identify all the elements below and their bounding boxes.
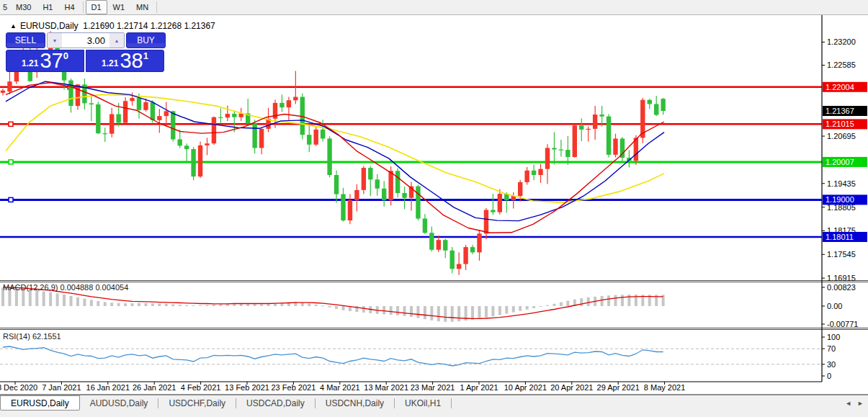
svg-text:1 Apr 2021: 1 Apr 2021: [460, 383, 498, 392]
tab-separator: [451, 398, 452, 408]
svg-text:1.21015: 1.21015: [826, 120, 854, 128]
svg-text:1.22585: 1.22585: [827, 60, 856, 69]
svg-text:0.00: 0.00: [827, 302, 842, 310]
volume-decrease-button[interactable]: ▼: [48, 33, 62, 48]
chart-background: [0, 15, 868, 395]
rsi-indicator-label: RSI(14) 62.1551: [3, 332, 61, 341]
tab-usdchf-daily[interactable]: USDCHF,Daily: [158, 395, 236, 411]
svg-text:-0.00771: -0.00771: [827, 320, 858, 328]
svg-text:100: 100: [827, 333, 840, 341]
buy-button[interactable]: BUY: [126, 32, 166, 48]
timeframe-mn-button[interactable]: MN: [130, 0, 154, 14]
svg-text:1.20695: 1.20695: [827, 132, 856, 140]
svg-text:4 Feb 2021: 4 Feb 2021: [181, 383, 221, 392]
timeframe-h1-button[interactable]: H1: [37, 0, 58, 14]
toolbar-separator: [83, 1, 84, 13]
svg-text:1.23200: 1.23200: [827, 37, 856, 46]
svg-text:16 Jan 2021: 16 Jan 2021: [86, 383, 130, 392]
symbol-triangle-icon: ▲: [10, 22, 17, 30]
toolbar-separator: [156, 1, 157, 13]
trading-platform-window: 1.232001.225851.206951.194351.188051.181…: [0, 0, 868, 417]
svg-text:13 Feb 2021: 13 Feb 2021: [225, 383, 269, 392]
sell-price-box[interactable]: 1.21 37 0: [6, 50, 84, 72]
svg-text:4 Mar 2021: 4 Mar 2021: [320, 383, 360, 392]
chart-title: ▲EURUSD,Daily 1.21690 1.21714 1.21268 1.…: [10, 21, 215, 31]
svg-text:1.21367: 1.21367: [826, 107, 854, 115]
sell-price-pipette: 0: [63, 50, 68, 71]
timeframe-m30-button[interactable]: M30: [10, 0, 37, 14]
timeframe-m5-button[interactable]: 5: [0, 0, 10, 14]
chart-symbol-label: EURUSD,Daily: [20, 21, 79, 31]
volume-increase-button[interactable]: ▲: [109, 33, 124, 48]
svg-text:1.20007: 1.20007: [826, 158, 854, 166]
svg-text:20 Apr 2021: 20 Apr 2021: [550, 383, 593, 392]
buy-price-pipette: 1: [143, 50, 148, 71]
timeframe-d1-button[interactable]: D1: [86, 0, 107, 14]
svg-text:30: 30: [827, 360, 836, 369]
buy-price-prefix: 1.21: [102, 58, 118, 71]
chart-tab-bar: EURUSD,Daily AUDUSD,Daily USDCHF,Daily U…: [0, 395, 868, 417]
macd-indicator-label: MACD(12,26,9) 0.004888 0.004054: [3, 283, 128, 292]
timeframe-h4-button[interactable]: H4: [58, 0, 80, 14]
svg-text:1.19435: 1.19435: [827, 179, 856, 188]
svg-text:70: 70: [827, 344, 836, 353]
svg-text:8 May 2021: 8 May 2021: [644, 383, 685, 392]
svg-text:1.19000: 1.19000: [826, 195, 854, 204]
svg-text:26 Jan 2021: 26 Jan 2021: [133, 383, 176, 392]
tab-scroll-right-icon[interactable]: ►: [857, 400, 864, 407]
svg-text:23 Mar 2021: 23 Mar 2021: [411, 383, 455, 392]
tab-usdcnh-daily[interactable]: USDCNH,Daily: [316, 395, 394, 411]
svg-text:0: 0: [827, 372, 831, 380]
svg-text:10 Apr 2021: 10 Apr 2021: [504, 383, 547, 392]
tab-scroll-left-icon[interactable]: ◄: [845, 400, 851, 407]
tab-usdcad-daily[interactable]: USDCAD,Daily: [236, 395, 315, 411]
tab-ukoil-h1[interactable]: UKOil,H1: [395, 395, 451, 411]
sell-price-prefix: 1.21: [22, 58, 38, 71]
svg-text:0.00823: 0.00823: [827, 283, 856, 292]
buy-price-box[interactable]: 1.21 38 1: [86, 50, 164, 72]
timeframe-toolbar: 5 M30 H1 H4 D1 W1 MN: [0, 0, 868, 15]
buy-price-big-digits: 38: [120, 51, 143, 71]
volume-stepper: ▼ ▲: [47, 32, 125, 48]
svg-text:1.22004: 1.22004: [826, 83, 854, 91]
svg-text:13 Mar 2021: 13 Mar 2021: [364, 383, 408, 392]
svg-text:29 Apr 2021: 29 Apr 2021: [597, 383, 640, 392]
svg-text:23 Feb 2021: 23 Feb 2021: [272, 383, 316, 392]
svg-text:1.17545: 1.17545: [827, 250, 856, 259]
tab-audusd-daily[interactable]: AUDUSD,Daily: [80, 395, 158, 411]
svg-text:7 Jan 2021: 7 Jan 2021: [42, 383, 81, 392]
svg-text:28 Dec 2020: 28 Dec 2020: [0, 383, 37, 392]
tab-eurusd-daily[interactable]: EURUSD,Daily: [0, 395, 80, 411]
sell-button[interactable]: SELL: [6, 32, 45, 48]
chart-ohlc-values: 1.21690 1.21714 1.21268 1.21367: [83, 21, 215, 31]
volume-input[interactable]: [62, 33, 109, 48]
svg-text:1.16915: 1.16915: [827, 274, 856, 282]
one-click-trade-panel: SELL ▼ ▲ BUY 1.21 37 0 1.21 38 1: [6, 32, 166, 72]
svg-text:1.18011: 1.18011: [826, 233, 854, 241]
sell-price-big-digits: 37: [40, 51, 63, 71]
timeframe-w1-button[interactable]: W1: [107, 0, 131, 14]
